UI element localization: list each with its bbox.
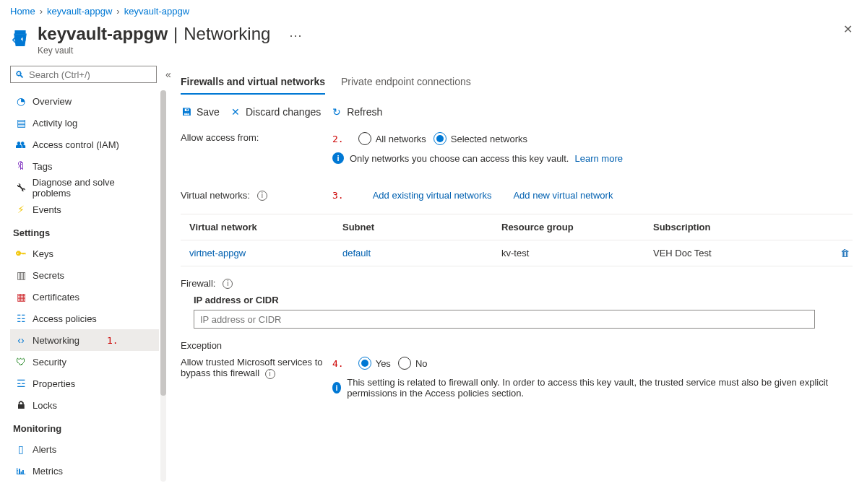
tab-firewalls[interactable]: Firewalls and virtual networks bbox=[181, 70, 325, 95]
add-new-vnet-link[interactable]: Add new virtual network bbox=[513, 190, 613, 201]
col-header-subscription: Subscription bbox=[653, 222, 828, 233]
tags-icon: 🔖︎ bbox=[15, 160, 27, 172]
keys-icon: 🔑︎ bbox=[15, 248, 27, 259]
sidebar-item-events[interactable]: ⚡︎ Events bbox=[10, 199, 159, 220]
virtual-networks-table: Virtual network Subnet Resource group Su… bbox=[181, 214, 853, 266]
sidebar-item-overview[interactable]: ◔ Overview bbox=[10, 90, 159, 112]
radio-all-networks[interactable]: All networks bbox=[358, 132, 426, 145]
alerts-icon: ▯ bbox=[15, 443, 27, 455]
sidebar-item-keys[interactable]: 🔑︎ Keys bbox=[10, 243, 159, 264]
events-icon: ⚡︎ bbox=[15, 204, 27, 215]
page-header: ‹› keyvault-appgw | Networking ⋯ Key vau… bbox=[0, 19, 867, 66]
search-input-wrapper[interactable]: 🔍︎ bbox=[10, 66, 157, 83]
metrics-icon: 📊︎ bbox=[15, 465, 27, 477]
search-input[interactable] bbox=[27, 69, 152, 81]
radio-exception-yes[interactable]: Yes bbox=[358, 357, 391, 370]
sidebar-item-tags[interactable]: 🔖︎ Tags bbox=[10, 155, 159, 177]
more-actions-button[interactable]: ⋯ bbox=[289, 27, 302, 43]
refresh-icon: ↻ bbox=[331, 106, 342, 118]
exception-label: Allow trusted Microsoft services to bypa… bbox=[181, 357, 332, 399]
virtual-network-actions: 3. Add existing virtual networks Add new… bbox=[332, 190, 853, 201]
sidebar-item-certificates[interactable]: ▦ Certificates bbox=[10, 286, 159, 308]
sidebar-scrollbar[interactable] bbox=[160, 90, 166, 482]
rg-cell: kv-test bbox=[501, 248, 653, 258]
sidebar-item-activity-log[interactable]: ▤ Activity log bbox=[10, 112, 159, 134]
certificates-icon: ▦ bbox=[15, 291, 27, 303]
close-icon[interactable]: ✕ bbox=[843, 22, 853, 36]
ip-header: IP address or CIDR bbox=[194, 295, 853, 305]
diagnose-icon: 🔧︎ bbox=[15, 182, 27, 194]
sidebar-item-alerts[interactable]: ▯ Alerts bbox=[10, 438, 159, 460]
annotation-1: 1. bbox=[107, 335, 118, 346]
annotation-4: 4. bbox=[332, 358, 344, 369]
breadcrumb-home[interactable]: Home bbox=[10, 6, 35, 17]
sidebar-nav: ◔ Overview ▤ Activity log 👥︎ Access cont… bbox=[10, 90, 166, 482]
breadcrumb-sep: › bbox=[116, 6, 119, 17]
add-existing-vnet-link[interactable]: Add existing virtual networks bbox=[373, 190, 492, 201]
keyvault-icon: ‹› bbox=[10, 28, 30, 48]
sidebar-item-iam[interactable]: 👥︎ Access control (IAM) bbox=[10, 134, 159, 155]
table-row: virtnet-appgw default kv-test VEH Doc Te… bbox=[181, 240, 853, 266]
properties-icon: ☲ bbox=[15, 378, 27, 389]
sidebar-item-networking[interactable]: ‹› Networking 1. bbox=[10, 329, 159, 351]
radio-exception-no[interactable]: No bbox=[398, 357, 428, 370]
exception-row: Allow trusted Microsoft services to bypa… bbox=[181, 357, 853, 399]
breadcrumb-sep: › bbox=[40, 6, 43, 17]
sidebar-item-security[interactable]: 🛡︎ Security bbox=[10, 351, 159, 373]
virtual-networks-row: Virtual networks: i 3. Add existing virt… bbox=[181, 186, 853, 205]
vnet-name-link[interactable]: virtnet-appgw bbox=[189, 248, 246, 258]
learn-more-link[interactable]: Learn more bbox=[574, 153, 622, 164]
main-content: Firewalls and virtual networks Private e… bbox=[166, 66, 867, 504]
col-header-vnet: Virtual network bbox=[184, 222, 342, 233]
sidebar: 🔍︎ « ◔ Overview ▤ Activity log 👥︎ Access bbox=[0, 66, 166, 504]
sidebar-section-monitoring: Monitoring bbox=[10, 416, 159, 438]
delete-row-button[interactable]: 🗑︎ bbox=[828, 248, 850, 258]
breadcrumb-1[interactable]: keyvault-appgw bbox=[47, 6, 112, 17]
radio-circle-icon bbox=[358, 132, 371, 145]
radio-selected-networks[interactable]: Selected networks bbox=[434, 132, 527, 145]
radio-circle-icon bbox=[358, 357, 371, 370]
exception-heading: Exception bbox=[181, 340, 853, 351]
access-policies-icon: ☷ bbox=[15, 313, 27, 324]
ip-address-input[interactable] bbox=[194, 310, 815, 329]
search-icon: 🔍︎ bbox=[15, 69, 25, 80]
iam-icon: 👥︎ bbox=[15, 139, 27, 150]
svg-text:›: › bbox=[22, 31, 26, 46]
discard-button[interactable]: ✕ Discard changes bbox=[230, 106, 321, 118]
tab-private-endpoint[interactable]: Private endpoint connections bbox=[341, 70, 471, 95]
radio-circle-icon bbox=[398, 357, 411, 370]
save-button[interactable]: 💾︎ Save bbox=[181, 106, 220, 118]
subscription-cell: VEH Doc Test bbox=[653, 248, 828, 258]
table-header-row: Virtual network Subnet Resource group Su… bbox=[181, 214, 853, 240]
sidebar-item-secrets[interactable]: ▥ Secrets bbox=[10, 264, 159, 286]
breadcrumb-2[interactable]: keyvault-appgw bbox=[124, 6, 189, 17]
info-tooltip-icon[interactable]: i bbox=[265, 369, 275, 379]
page-title: Networking bbox=[184, 24, 270, 44]
info-tooltip-icon[interactable]: i bbox=[257, 191, 267, 201]
sidebar-item-metrics[interactable]: 📊︎ Metrics bbox=[10, 460, 159, 482]
breadcrumb: Home › keyvault-appgw › keyvault-appgw bbox=[0, 0, 867, 19]
radio-circle-icon bbox=[434, 132, 447, 145]
allow-access-info: i Only networks you choose can access th… bbox=[332, 152, 853, 164]
discard-icon: ✕ bbox=[230, 106, 241, 118]
sidebar-item-properties[interactable]: ☲ Properties bbox=[10, 373, 159, 394]
refresh-button[interactable]: ↻ Refresh bbox=[331, 106, 382, 118]
sidebar-item-access-policies[interactable]: ☷ Access policies bbox=[10, 308, 159, 329]
page-root: Home › keyvault-appgw › keyvault-appgw ‹… bbox=[0, 0, 867, 504]
security-icon: 🛡︎ bbox=[15, 356, 27, 368]
annotation-2: 2. bbox=[332, 134, 344, 144]
svg-text:‹: ‹ bbox=[12, 31, 16, 46]
info-tooltip-icon[interactable]: i bbox=[223, 279, 233, 289]
command-bar: 💾︎ Save ✕ Discard changes ↻ Refresh bbox=[181, 95, 853, 128]
sidebar-item-diagnose[interactable]: 🔧︎ Diagnose and solve problems bbox=[10, 177, 159, 199]
tabs: Firewalls and virtual networks Private e… bbox=[181, 70, 853, 95]
firewall-block: Firewall: i IP address or CIDR bbox=[181, 278, 853, 329]
info-icon: i bbox=[332, 152, 344, 164]
col-header-subnet: Subnet bbox=[342, 222, 501, 233]
header-divider: | bbox=[173, 24, 178, 44]
subnet-link[interactable]: default bbox=[342, 248, 371, 258]
sidebar-item-locks[interactable]: 🔒︎ Locks bbox=[10, 394, 159, 416]
locks-icon: 🔒︎ bbox=[15, 399, 27, 411]
allow-access-row: Allow access from: 2. All networks Selec… bbox=[181, 128, 853, 168]
activity-log-icon: ▤ bbox=[15, 117, 27, 129]
